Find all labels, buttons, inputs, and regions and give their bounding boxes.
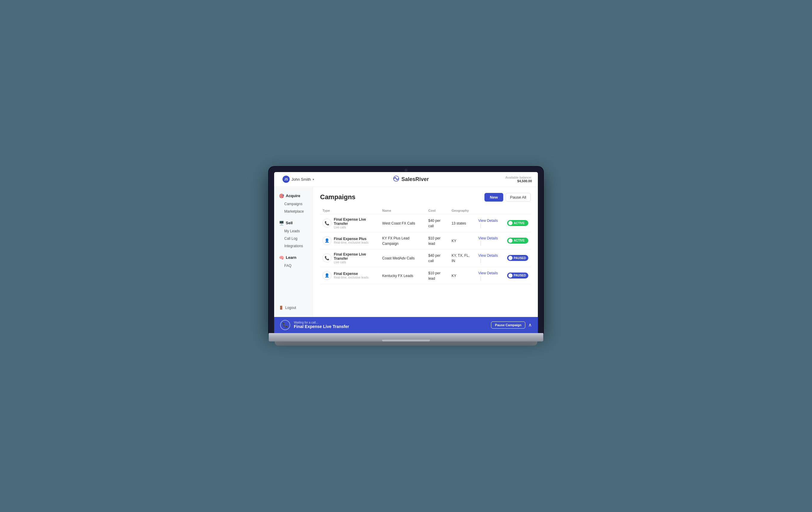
acquire-icon: 🎯 xyxy=(279,193,284,198)
table-header: Type Name Cost Geography xyxy=(320,207,531,214)
type-info: Final Expense Plus Real-time, exclusive … xyxy=(334,237,369,244)
status-cell: ACTIVE xyxy=(505,214,531,232)
sidebar-item-my-leads[interactable]: My Leads xyxy=(276,228,312,235)
view-details-cell: View Details | xyxy=(476,232,505,249)
view-details-link[interactable]: View Details xyxy=(478,271,498,275)
campaign-geography: KY xyxy=(452,239,457,243)
notification-bar: 📞 Waiting for a call... Final Expense Li… xyxy=(274,317,538,333)
campaigns-tbody: 📞 Final Expense Live Transfer Live calls… xyxy=(320,214,531,284)
type-info: Final Expense Live Transfer Live calls xyxy=(334,217,377,229)
screen: JS John Smith ▾ SalesRiver xyxy=(274,172,538,333)
brand-name: SalesRiver xyxy=(401,176,429,182)
top-bar: JS John Smith ▾ SalesRiver xyxy=(274,172,538,187)
brand-logo: SalesRiver xyxy=(393,175,429,183)
campaign-geo-cell: KY, TX, FL, IN xyxy=(449,249,476,267)
status-toggle-paused[interactable]: PAUSED xyxy=(507,255,528,261)
notif-text: Waiting for a call... Final Expense Live… xyxy=(294,321,349,329)
sidebar-sell-header[interactable]: 🖥️ Sell xyxy=(274,219,313,227)
notif-campaign-name: Final Expense Live Transfer xyxy=(294,324,349,329)
status-toggle-active[interactable]: ACTIVE xyxy=(507,220,528,226)
view-details-cell: View Details | xyxy=(476,214,505,232)
page-header: Campaigns New Pause All xyxy=(320,193,531,202)
campaign-geo-cell: KY xyxy=(449,232,476,249)
campaign-geo-cell: 13 states xyxy=(449,214,476,232)
sell-icon: 🖥️ xyxy=(279,221,284,225)
laptop-base xyxy=(269,333,543,341)
campaign-cost: $10 per lead xyxy=(428,271,441,280)
chevron-down-icon: ▾ xyxy=(313,178,314,181)
col-actions xyxy=(476,207,505,214)
sidebar-section-learn: 🧠 Learn FAQ xyxy=(274,253,313,270)
chevron-up-icon[interactable]: ∧ xyxy=(528,322,532,328)
main-panel: Campaigns New Pause All Type Name xyxy=(313,187,538,317)
logout-icon: 🚪 xyxy=(279,306,283,310)
type-name: Final Expense Live Transfer xyxy=(334,252,377,261)
sidebar-item-integrations[interactable]: Integrations xyxy=(276,242,312,249)
sidebar-learn-header[interactable]: 🧠 Learn xyxy=(274,253,313,262)
view-details-link[interactable]: View Details xyxy=(478,218,498,223)
separator: | xyxy=(480,275,481,280)
type-icon: 📞 xyxy=(322,253,331,263)
pause-all-button[interactable]: Pause All xyxy=(505,193,531,202)
sidebar-item-faq[interactable]: FAQ xyxy=(276,262,312,269)
user-menu[interactable]: JS John Smith ▾ xyxy=(280,175,317,184)
sidebar-section-acquire: 🎯 Acquire Campaigns Marketplace xyxy=(274,192,313,215)
sidebar-item-marketplace[interactable]: Marketplace xyxy=(276,208,312,215)
sidebar-item-campaigns[interactable]: Campaigns xyxy=(276,201,312,208)
table-row: 📞 Final Expense Live Transfer Live calls… xyxy=(320,214,531,232)
notif-right: Pause Campaign ∧ xyxy=(491,322,532,329)
sidebar-sell-label: Sell xyxy=(286,221,293,225)
status-toggle-active[interactable]: ACTIVE xyxy=(507,238,528,244)
type-icon: 👤 xyxy=(322,271,331,280)
campaign-geo-cell: KY xyxy=(449,267,476,284)
type-info: Final Expense Live Transfer Live calls xyxy=(334,252,377,264)
separator: | xyxy=(480,223,481,228)
campaign-name: KY FX Plus Lead Campaign xyxy=(382,236,409,246)
app-container: JS John Smith ▾ SalesRiver xyxy=(274,172,538,333)
col-type-cell: 📞 Final Expense Live Transfer Live calls xyxy=(320,249,380,267)
view-details-cell: View Details | xyxy=(476,249,505,267)
campaign-geography: 13 states xyxy=(452,221,466,225)
campaign-cost: $40 per call xyxy=(428,253,441,263)
new-button[interactable]: New xyxy=(485,193,503,202)
campaign-cost-cell: $10 per lead xyxy=(426,232,449,249)
campaign-geography: KY, TX, FL, IN xyxy=(452,253,469,263)
campaign-cost-cell: $40 per call xyxy=(426,249,449,267)
campaigns-table: Type Name Cost Geography � xyxy=(320,207,531,284)
pause-campaign-button[interactable]: Pause Campaign xyxy=(491,322,525,329)
type-name: Final Expense Live Transfer xyxy=(334,217,377,226)
table-row: 📞 Final Expense Live Transfer Live calls… xyxy=(320,249,531,267)
col-type: Type xyxy=(320,207,380,214)
sidebar-acquire-header[interactable]: 🎯 Acquire xyxy=(274,192,313,200)
logout-button[interactable]: 🚪 Logout xyxy=(274,303,313,312)
campaign-cost-cell: $40 per call xyxy=(426,214,449,232)
view-details-link[interactable]: View Details xyxy=(478,253,498,258)
view-details-link[interactable]: View Details xyxy=(478,236,498,240)
learn-icon: 🧠 xyxy=(279,255,284,260)
col-type-cell: 👤 Final Expense Real-time, exclusive lea… xyxy=(320,267,380,284)
campaign-cost: $40 per call xyxy=(428,218,441,228)
sidebar-item-call-log[interactable]: Call Log xyxy=(276,235,312,242)
table-row: 👤 Final Expense Real-time, exclusive lea… xyxy=(320,267,531,284)
status-toggle-paused[interactable]: PAUSED xyxy=(507,273,528,278)
col-geography: Geography xyxy=(449,207,476,214)
header-actions: New Pause All xyxy=(485,193,531,202)
balance-info: Available balance: $4,500.00 xyxy=(505,176,532,183)
status-cell: PAUSED xyxy=(505,249,531,267)
sidebar-section-sell: 🖥️ Sell My Leads Call Log Integrations xyxy=(274,219,313,250)
campaign-name-cell: KY FX Plus Lead Campaign xyxy=(380,232,426,249)
sidebar-spacer xyxy=(274,273,313,303)
balance-amount: $4,500.00 xyxy=(505,179,532,183)
user-name: John Smith xyxy=(291,177,311,182)
balance-label: Available balance: xyxy=(505,176,532,179)
col-status xyxy=(505,207,531,214)
avatar: JS xyxy=(283,176,290,183)
type-name: Final Expense Plus xyxy=(334,237,369,241)
campaign-name: West Coast FX Calls xyxy=(382,221,415,225)
sidebar-acquire-label: Acquire xyxy=(286,193,300,198)
type-icon: 👤 xyxy=(322,236,331,245)
type-sub: Real-time, exclusive leads xyxy=(334,276,369,279)
col-cost: Cost xyxy=(426,207,449,214)
notif-waiting-text: Waiting for a call... xyxy=(294,321,349,324)
type-icon: 📞 xyxy=(322,218,331,228)
